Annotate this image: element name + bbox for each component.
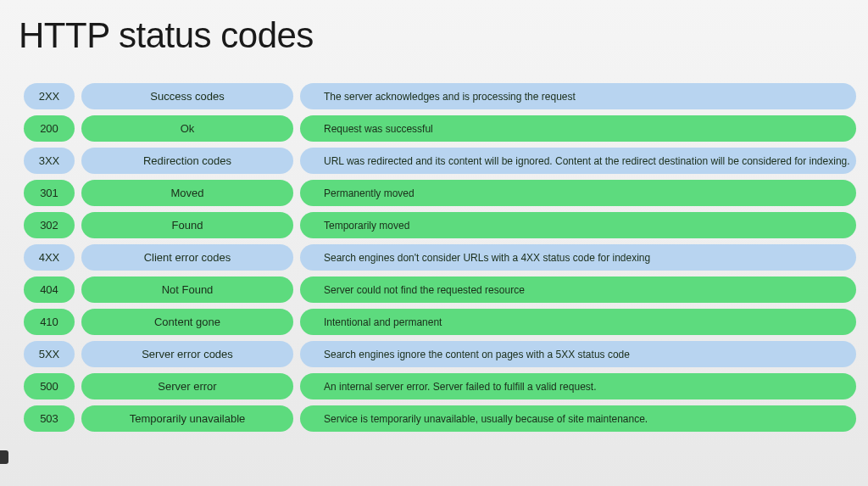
status-description: Search engines don't consider URLs with …	[300, 244, 856, 271]
status-code: 500	[24, 373, 75, 399]
table-row: 2XXSuccess codesThe server acknowledges …	[24, 83, 856, 109]
corner-badge	[0, 450, 8, 464]
status-codes-table: 2XXSuccess codesThe server acknowledges …	[0, 56, 868, 432]
table-row: 302FoundTemporarily moved	[24, 212, 856, 238]
status-code: 410	[24, 309, 75, 335]
status-description: The server acknowledges and is processin…	[300, 83, 856, 109]
status-name: Ok	[81, 115, 293, 142]
status-name: Content gone	[81, 309, 293, 335]
table-row: 3XXRedirection codesURL was redirected a…	[24, 148, 856, 174]
status-code: 404	[24, 277, 75, 303]
status-code: 3XX	[24, 148, 75, 174]
table-row: 410Content goneIntentional and permanent	[24, 309, 856, 335]
status-name: Not Found	[81, 277, 293, 303]
status-name: Found	[81, 212, 293, 238]
status-name: Server error	[81, 373, 293, 399]
table-row: 200OkRequest was successful	[24, 115, 856, 142]
status-name: Server error codes	[81, 341, 293, 367]
status-code: 5XX	[24, 341, 75, 367]
status-description: An internal server error. Server failed …	[300, 373, 856, 399]
page-title: HTTP status codes	[0, 0, 868, 56]
status-name: Client error codes	[81, 244, 293, 271]
status-description: Search engines ignore the content on pag…	[300, 341, 856, 367]
status-code: 301	[24, 180, 75, 206]
status-name: Moved	[81, 180, 293, 206]
status-description: URL was redirected and its content will …	[300, 148, 856, 174]
status-name: Success codes	[81, 83, 293, 109]
status-name: Temporarily unavailable	[81, 405, 293, 432]
table-row: 4XXClient error codesSearch engines don'…	[24, 244, 856, 271]
table-row: 301MovedPermanently moved	[24, 180, 856, 206]
status-description: Server could not find the requested reso…	[300, 277, 856, 303]
table-row: 503Temporarily unavailableService is tem…	[24, 405, 856, 432]
status-code: 2XX	[24, 83, 75, 109]
table-row: 404Not FoundServer could not find the re…	[24, 277, 856, 303]
status-name: Redirection codes	[81, 148, 293, 174]
status-code: 4XX	[24, 244, 75, 271]
status-description: Permanently moved	[300, 180, 856, 206]
status-description: Intentional and permanent	[300, 309, 856, 335]
status-code: 302	[24, 212, 75, 238]
table-row: 5XXServer error codesSearch engines igno…	[24, 341, 856, 367]
status-description: Request was successful	[300, 115, 856, 142]
table-row: 500Server errorAn internal server error.…	[24, 373, 856, 399]
status-code: 503	[24, 405, 75, 432]
status-description: Service is temporarily unavailable, usua…	[300, 405, 856, 432]
status-code: 200	[24, 115, 75, 142]
status-description: Temporarily moved	[300, 212, 856, 238]
